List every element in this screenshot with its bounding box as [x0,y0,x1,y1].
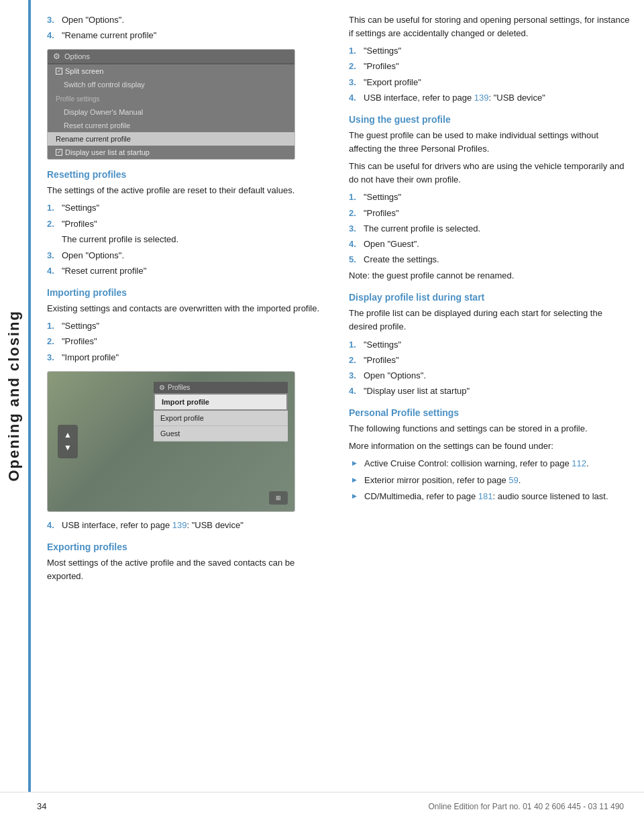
profiles-panel-title: ⚙ Profiles [154,382,288,393]
export-step-3: 3. "Export profile" [349,76,631,89]
display-step-1-num: 1. [349,338,360,352]
reset-step-2-text: "Profiles" [62,217,329,231]
guest-step-2: 2. "Profiles" [349,207,631,220]
resetting-profiles-heading: Resetting profiles [47,169,329,180]
reset-step-2: 2. "Profiles" [47,217,329,231]
resetting-profiles-desc: The settings of the active profile are r… [47,184,329,197]
bullet-cd-multimedia: CD/Multimedia, refer to page 181: audio … [352,490,631,503]
bullet-cruise-control: Active Cruise Control: collision warning… [352,457,631,470]
options-screenshot: ⚙ Options Split screen Switch off contro… [47,49,295,160]
importing-profiles-heading: Importing profiles [47,287,329,298]
guest-step-1-text: "Settings" [364,191,631,204]
step-3-text: Open "Options". [62,13,329,27]
step-4-rename: 4. "Rename current profile" [47,29,329,42]
guest-note: Note: the guest profile cannot be rename… [349,269,631,283]
reset-step-3: 3. Open "Options". [47,249,329,262]
options-menu: Split screen Switch off control display … [48,64,294,159]
switch-off-item: Switch off control display [48,78,294,91]
export-step-2-num: 2. [349,60,360,73]
profiles-gear-icon: ⚙ [159,384,165,391]
sidebar-label: Opening and closing [5,310,23,482]
display-manual-item: Display Owner's Manual [48,105,294,119]
split-screen-checkbox [56,68,62,74]
import-step-4-text: USB interface, refer to page 139: "USB d… [62,519,329,532]
guest-step-4-text: Open "Guest". [364,238,631,251]
guest-step-5-text: Create the settings. [364,253,631,266]
main-content: 3. Open "Options". 4. "Rename current pr… [37,0,644,601]
gear-icon: ⚙ [53,52,60,61]
profile-settings-label: Profile settings [48,91,294,105]
export-profile-item: Export profile [154,411,288,426]
export-step-2-text: "Profiles" [364,60,631,73]
personal-profile-para1: The following functions and settings can… [349,422,631,435]
rename-profile-item: Rename current profile [48,132,294,146]
reset-step-1-text: "Settings" [62,201,329,215]
import-step-2-num: 2. [47,335,58,348]
export-page-link[interactable]: 139 [474,93,489,103]
guest-step-4-num: 4. [349,238,360,251]
display-step-4: 4. "Display user list at startup" [349,385,631,398]
options-title: Options [64,52,90,60]
cd-page-link[interactable]: 181 [478,491,493,501]
step-number-3: 3. [47,13,58,27]
import-step-2: 2. "Profiles" [47,335,329,348]
personal-profile-heading: Personal Profile settings [349,407,631,418]
nav-down-icon: ▼ [64,444,72,452]
export-step-4: 4. USB interface, refer to page 139: "US… [349,91,631,105]
export-step-3-num: 3. [349,76,360,89]
reset-step-1-num: 1. [47,201,58,215]
export-step-4-num: 4. [349,91,360,105]
bullet-exterior-mirror: Exterior mirror position, refer to page … [352,474,631,487]
exporting-profiles-desc: Most settings of the active profile and … [47,556,329,583]
display-step-4-num: 4. [349,385,360,398]
step-number-4: 4. [47,29,58,42]
display-profile-heading: Display profile list during start [349,292,631,303]
map-nav-buttons: ▲ ▼ [58,425,78,458]
reset-step-4-num: 4. [47,264,58,278]
mirror-page-link[interactable]: 59 [508,475,518,485]
reset-step-2-num: 2. [47,217,58,231]
page-number: 34 [37,801,46,811]
reset-step-3-num: 3. [47,249,58,262]
display-step-4-text: "Display user list at startup" [364,385,631,398]
importing-profiles-desc: Existing settings and contacts are overw… [47,302,329,315]
import-step-1-text: "Settings" [62,319,329,333]
right-column: This can be useful for storing and openi… [349,13,631,587]
sidebar: Opening and closing [0,0,28,792]
guest-step-1: 1. "Settings" [349,191,631,204]
split-screen-label: Split screen [65,67,103,75]
guest-step-3-text: The current profile is selected. [364,222,631,236]
cruise-page-link[interactable]: 112 [572,458,586,468]
guest-step-1-num: 1. [349,191,360,204]
display-step-2: 2. "Profiles" [349,354,631,367]
import-step-1: 1. "Settings" [47,319,329,333]
footer: 34 Online Edition for Part no. 01 40 2 6… [0,792,644,820]
import-page-link[interactable]: 139 [172,520,187,530]
display-user-list-item: Display user list at startup [48,146,294,159]
guest-item: Guest [154,426,288,442]
guest-profile-para1: The guest profile can be used to make in… [349,129,631,156]
display-step-3-num: 3. [349,369,360,382]
split-screen-item: Split screen [48,64,294,78]
export-step-3-text: "Export profile" [364,76,631,89]
import-step-3: 3. "Import profile" [47,351,329,364]
profiles-screenshot: ▲ ▼ ⚙ Profiles Import profile Export pro… [47,371,295,512]
display-step-1: 1. "Settings" [349,338,631,352]
reset-step-1: 1. "Settings" [47,201,329,215]
guest-step-2-num: 2. [349,207,360,220]
display-profile-desc: The profile list can be displayed during… [349,307,631,334]
import-step-3-text: "Import profile" [62,351,329,364]
reset-step-4-text: "Reset current profile" [62,264,329,278]
export-step-1-num: 1. [349,44,360,58]
export-step-1: 1. "Settings" [349,44,631,58]
options-titlebar: ⚙ Options [48,50,294,63]
intro-text: This can be useful for storing and openi… [349,13,631,40]
guest-step-5: 5. Create the settings. [349,253,631,266]
display-step-3-text: Open "Options". [364,369,631,382]
exporting-profiles-heading: Exporting profiles [47,542,329,552]
export-step-2: 2. "Profiles" [349,60,631,73]
guest-step-5-num: 5. [349,253,360,266]
display-user-list-label: Display user list at startup [65,148,150,156]
personal-profile-para2: More information on the settings can be … [349,440,631,453]
profiles-title: Profiles [168,384,190,391]
